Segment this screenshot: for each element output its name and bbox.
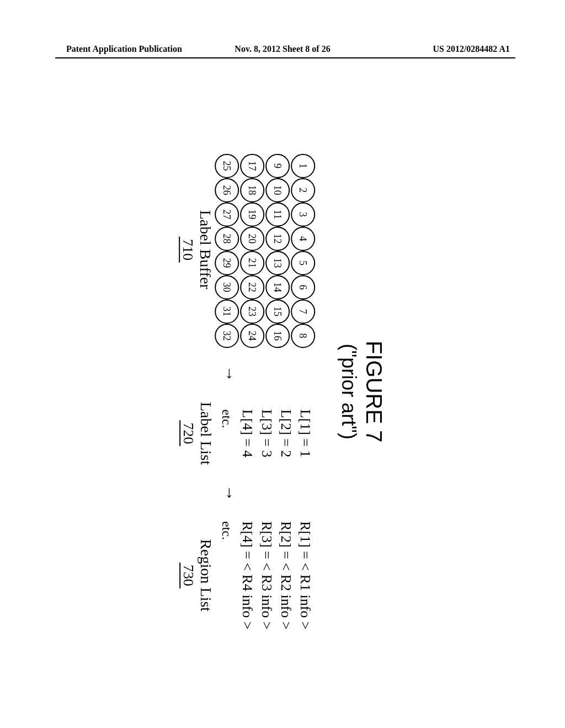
- label-list-lines: L[1] = 1L[2] = 2L[3] = 3L[4] = 4etc.: [217, 409, 315, 457]
- region-list-etc: etc.: [217, 521, 235, 629]
- label-buffer-cell: 1: [291, 154, 315, 178]
- label-buffer-cell: 22: [240, 275, 264, 299]
- label-buffer-cell: 21: [240, 251, 264, 275]
- region-list-caption-text: Region List: [198, 539, 215, 611]
- label-list-etc: etc.: [217, 409, 235, 457]
- label-buffer-cell: 20: [240, 227, 264, 251]
- label-list-line: L[4] = 4: [238, 409, 257, 457]
- label-buffer-cell: 26: [215, 178, 239, 202]
- label-buffer-cell: 10: [265, 178, 290, 202]
- label-buffer-cell: 28: [215, 227, 239, 251]
- label-buffer-cell: 29: [215, 251, 239, 275]
- label-list-caption-text: Label List: [198, 402, 215, 465]
- label-buffer-cell: 14: [265, 275, 290, 299]
- label-list-line: L[2] = 2: [276, 409, 296, 457]
- region-list-line: R[2] = < R2 info >: [276, 521, 296, 629]
- label-buffer-ref: 710: [179, 237, 196, 263]
- header-center: Nov. 8, 2012 Sheet 8 of 26: [234, 44, 330, 54]
- label-buffer-cell: 30: [215, 275, 239, 299]
- label-list-caption: Label List 720: [179, 402, 214, 465]
- region-list-block: R[1] = < R1 info >R[2] = < R2 info >R[3]…: [179, 521, 315, 629]
- label-buffer-cell: 32: [215, 324, 239, 348]
- label-buffer-cell: 18: [240, 178, 264, 202]
- label-buffer-cell: 3: [291, 202, 315, 227]
- label-buffer-cell: 15: [265, 299, 290, 324]
- label-buffer-cell: 7: [291, 299, 315, 324]
- region-list-line: R[4] = < R4 info >: [238, 521, 257, 629]
- figure-rotated: FIGURE 7 ("prior art") 12345678910111213…: [179, 116, 386, 667]
- label-list-block: L[1] = 1L[2] = 2L[3] = 3L[4] = 4etc. Lab…: [179, 402, 315, 465]
- label-buffer-cell: 5: [291, 251, 315, 275]
- figure-body: 1234567891011121314151617181920212223242…: [179, 116, 315, 667]
- figure-title: FIGURE 7: [361, 116, 386, 667]
- label-buffer-block: 1234567891011121314151617181920212223242…: [179, 154, 315, 346]
- label-buffer-cell: 11: [265, 202, 290, 227]
- header-right: US 2012/0284482 A1: [433, 44, 510, 54]
- label-buffer-grid: 1234567891011121314151617181920212223242…: [217, 154, 315, 346]
- arrow-icon: →: [221, 366, 240, 382]
- label-buffer-cell: 25: [215, 154, 239, 178]
- label-buffer-cell: 9: [265, 154, 290, 178]
- label-list-ref: 720: [179, 420, 196, 446]
- label-buffer-cell: 24: [240, 324, 264, 348]
- region-list-lines: R[1] = < R1 info >R[2] = < R2 info >R[3]…: [217, 521, 315, 629]
- label-buffer-cell: 8: [291, 324, 315, 348]
- label-buffer-caption: Label Buffer 710: [179, 210, 214, 289]
- label-buffer-cell: 31: [215, 299, 239, 324]
- region-list-ref: 730: [179, 563, 196, 588]
- header-left: Patent Application Publication: [66, 44, 182, 54]
- label-buffer-cell: 13: [265, 251, 290, 275]
- label-buffer-cell: 19: [240, 202, 264, 227]
- label-list-line: L[3] = 3: [257, 409, 276, 457]
- region-list-line: R[3] = < R3 info >: [257, 521, 276, 629]
- label-buffer-cell: 16: [265, 324, 290, 348]
- label-buffer-cell: 6: [291, 275, 315, 299]
- label-buffer-cell: 2: [291, 178, 315, 202]
- label-buffer-cell: 23: [240, 299, 264, 324]
- header-rule: [55, 57, 515, 58]
- figure-area: FIGURE 7 ("prior art") 12345678910111213…: [0, 88, 565, 695]
- region-list-line: R[1] = < R1 info >: [296, 521, 315, 629]
- label-list-line: L[1] = 1: [296, 409, 315, 457]
- figure-subtitle: ("prior art"): [337, 116, 360, 667]
- label-buffer-cell: 4: [291, 227, 315, 251]
- label-buffer-cell: 27: [215, 202, 239, 227]
- region-list-caption: Region List 730: [179, 539, 214, 611]
- label-buffer-caption-text: Label Buffer: [197, 210, 214, 289]
- arrow-icon: →: [221, 485, 240, 501]
- label-buffer-cell: 12: [265, 227, 290, 251]
- label-buffer-cell: 17: [240, 154, 264, 178]
